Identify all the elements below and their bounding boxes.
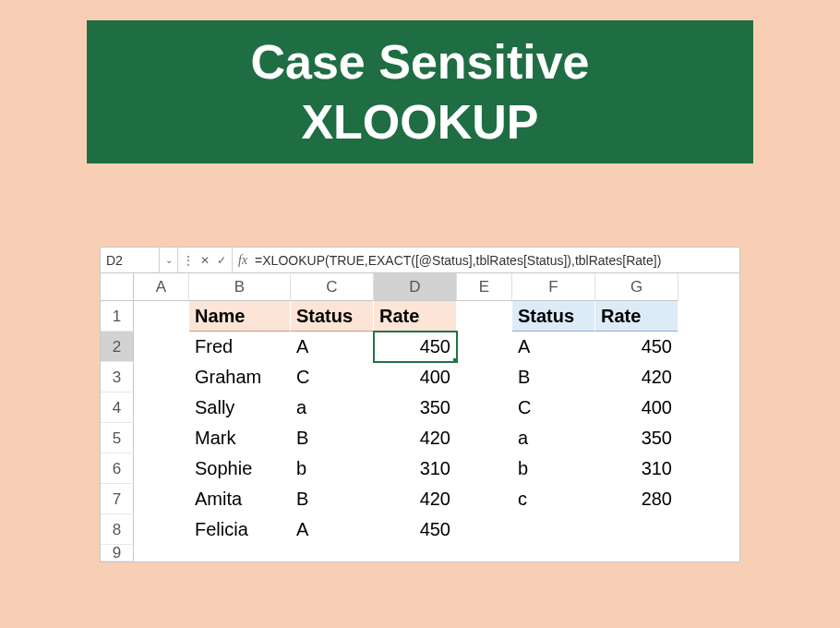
name-box-dropdown-icon[interactable]: ⌄ [160,248,178,272]
cell-A2[interactable] [134,332,189,362]
row-header-8[interactable]: 8 [101,514,134,545]
spreadsheet-grid: A B C D E F G 1 Name Status Rate Status … [101,273,739,562]
cell-D4[interactable]: 350 [374,392,457,423]
cell-B8[interactable]: Felicia [189,514,291,545]
cell-C3[interactable]: C [291,362,374,392]
cell-G7[interactable]: 280 [595,484,678,514]
cell-B6[interactable]: Sophie [189,453,291,484]
excel-window: D2 ⌄ ⋮ ✕ ✓ fx =XLOOKUP(TRUE,EXACT([@Stat… [100,247,740,562]
cell-A7[interactable] [134,484,189,514]
cell-C9[interactable] [291,545,374,562]
title-line1: Case Sensitive [250,32,589,92]
cell-G5[interactable]: 350 [595,423,678,453]
cell-A6[interactable] [134,453,189,484]
cell-G4[interactable]: 400 [595,392,678,423]
cell-F2[interactable]: A [512,332,595,362]
confirm-icon[interactable]: ✓ [215,254,228,267]
row-header-4[interactable]: 4 [101,392,134,423]
cell-B2[interactable]: Fred [189,332,291,362]
col-header-A[interactable]: A [134,273,189,301]
row-header-2[interactable]: 2 [101,332,134,362]
col-header-B[interactable]: B [189,273,291,301]
col-header-D[interactable]: D [374,273,457,301]
col-header-G[interactable]: G [595,273,678,301]
formula-bar: D2 ⌄ ⋮ ✕ ✓ fx =XLOOKUP(TRUE,EXACT([@Stat… [101,248,739,273]
cell-A3[interactable] [134,362,189,392]
cell-E1[interactable] [457,301,512,332]
cell-C5[interactable]: B [291,423,374,453]
cell-D6[interactable]: 310 [374,453,457,484]
cell-A9[interactable] [134,545,189,562]
col-header-F[interactable]: F [512,273,595,301]
title-line2: XLOOKUP [301,92,538,152]
row-header-5[interactable]: 5 [101,423,134,453]
cell-E9[interactable] [457,545,512,562]
cell-E6[interactable] [457,453,512,484]
row-header-6[interactable]: 6 [101,453,134,484]
cancel-icon[interactable]: ✕ [198,254,211,267]
cell-B3[interactable]: Graham [189,362,291,392]
cell-B5[interactable]: Mark [189,423,291,453]
cell-B7[interactable]: Amita [189,484,291,514]
title-banner: Case Sensitive XLOOKUP [87,20,753,163]
cell-F5[interactable]: a [512,423,595,453]
cell-G6[interactable]: 310 [595,453,678,484]
cell-C8[interactable]: A [291,514,374,545]
formula-bar-buttons: ⋮ ✕ ✓ [178,248,233,272]
cell-C6[interactable]: b [291,453,374,484]
row-header-3[interactable]: 3 [101,362,134,392]
cell-F3[interactable]: B [512,362,595,392]
row-header-7[interactable]: 7 [101,484,134,514]
cell-G9[interactable] [595,545,678,562]
cell-G8[interactable] [595,514,678,545]
cell-F6[interactable]: b [512,453,595,484]
cell-F9[interactable] [512,545,595,562]
cell-F4[interactable]: C [512,392,595,423]
row-header-9[interactable]: 9 [101,545,134,562]
dots-icon[interactable]: ⋮ [182,254,195,267]
cell-C4[interactable]: a [291,392,374,423]
row-header-1[interactable]: 1 [101,301,134,332]
cell-E4[interactable] [457,392,512,423]
cell-A5[interactable] [134,423,189,453]
select-all-corner[interactable] [101,273,134,301]
cell-G3[interactable]: 420 [595,362,678,392]
cell-E5[interactable] [457,423,512,453]
cell-F8[interactable] [512,514,595,545]
cell-A8[interactable] [134,514,189,545]
cell-C2[interactable]: A [291,332,374,362]
cell-D5[interactable]: 420 [374,423,457,453]
cell-B9[interactable] [189,545,291,562]
col-header-C[interactable]: C [291,273,374,301]
cell-D9[interactable] [374,545,457,562]
cell-D3[interactable]: 400 [374,362,457,392]
cell-E8[interactable] [457,514,512,545]
cell-A1[interactable] [134,301,189,332]
name-box[interactable]: D2 [101,248,160,272]
cell-D8[interactable]: 450 [374,514,457,545]
fx-icon[interactable]: fx [233,253,253,268]
header-rate[interactable]: Rate [374,301,457,332]
cell-B4[interactable]: Sally [189,392,291,423]
formula-input[interactable]: =XLOOKUP(TRUE,EXACT([@Status],tblRates[S… [253,253,739,268]
header-status[interactable]: Status [291,301,374,332]
cell-E7[interactable] [457,484,512,514]
cell-C7[interactable]: B [291,484,374,514]
header2-rate[interactable]: Rate [595,301,678,332]
cell-E3[interactable] [457,362,512,392]
cell-D2[interactable]: 450 [374,332,457,362]
cell-G2[interactable]: 450 [595,332,678,362]
col-header-E[interactable]: E [457,273,512,301]
header2-status[interactable]: Status [512,301,595,332]
cell-A4[interactable] [134,392,189,423]
cell-F7[interactable]: c [512,484,595,514]
cell-E2[interactable] [457,332,512,362]
cell-D7[interactable]: 420 [374,484,457,514]
header-name[interactable]: Name [189,301,291,332]
